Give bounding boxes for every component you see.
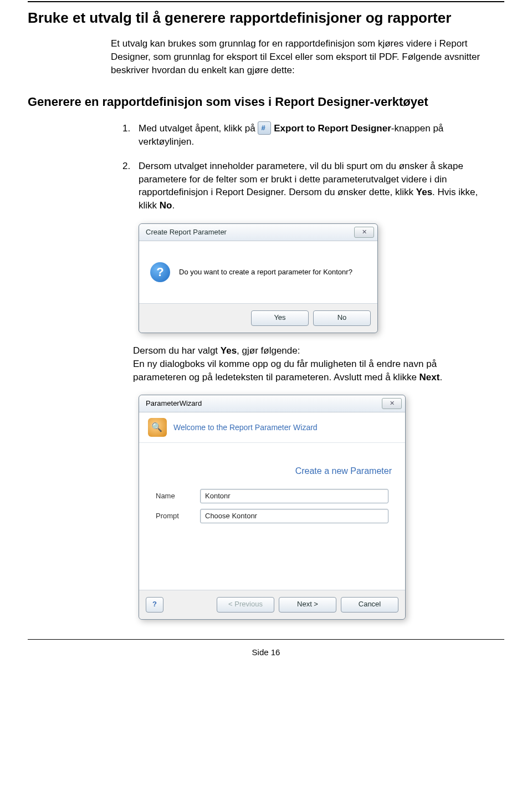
steps-list: Med utvalget åpent, klikk på Export to R… (111, 122, 482, 213)
cancel-button[interactable]: Cancel (341, 597, 398, 613)
gear-magnifier-icon (148, 418, 167, 437)
after-next-bold: Next (420, 372, 440, 382)
next-button[interactable]: Next > (279, 597, 336, 613)
heading-1: Bruke et utvalg til å generere rapportde… (28, 8, 504, 28)
step-1-pre: Med utvalget åpent, klikk på (139, 123, 255, 134)
after-line1b: , gjør følgende: (237, 345, 300, 356)
page-number: Side 16 (28, 646, 504, 669)
step-1-bold: Export to Report Designer (274, 123, 391, 134)
after-line2b: . (439, 372, 442, 382)
after-line2a: En ny dialogboks vil komme opp og du får… (133, 359, 437, 382)
step-2-yes: Yes (416, 187, 432, 197)
after-yes-bold: Yes (221, 345, 237, 356)
bottom-rule (28, 639, 504, 640)
close-button[interactable]: ✕ (382, 398, 402, 409)
name-label: Name (156, 491, 200, 501)
create-report-parameter-dialog: Create Report Parameter ✕ ? Do you want … (139, 223, 504, 333)
wizard-title: ParameterWizard (146, 399, 202, 409)
wizard-welcome: Welcome to the Report Parameter Wizard (173, 422, 318, 433)
close-button[interactable]: ✕ (354, 227, 374, 238)
question-icon: ? (150, 262, 170, 282)
wizard-subtitle: Create a new Parameter (139, 443, 405, 483)
after-line1a: Dersom du har valgt (133, 345, 221, 356)
top-rule (28, 1, 504, 2)
step-2-text3: . (172, 200, 175, 211)
parameter-wizard-dialog: ParameterWizard ✕ Welcome to the Report … (139, 395, 504, 619)
step-2-text1: Dersom utvalget inneholder parametere, v… (139, 161, 463, 198)
dialog1-title: Create Report Parameter (146, 227, 227, 237)
previous-button[interactable]: < Previous (217, 597, 274, 613)
no-button[interactable]: No (313, 310, 371, 326)
step-2: Dersom utvalget inneholder parametere, v… (133, 160, 482, 212)
name-input[interactable]: Kontonr (200, 489, 388, 503)
prompt-label: Prompt (156, 511, 200, 521)
step-2-no: No (160, 200, 172, 211)
heading-2: Generere en rapportdefinisjon som vises … (28, 94, 504, 111)
after-yes-paragraph: Dersom du har valgt Yes, gjør følgende: … (133, 344, 482, 384)
export-to-report-designer-icon (258, 121, 271, 135)
prompt-input[interactable]: Choose Kontonr (200, 509, 388, 523)
help-button[interactable]: ? (146, 597, 163, 613)
step-1: Med utvalget åpent, klikk på Export to R… (133, 122, 482, 149)
intro-paragraph: Et utvalg kan brukes som grunnlag for en… (111, 37, 482, 76)
yes-button[interactable]: Yes (251, 310, 309, 326)
dialog1-question: Do you want to create a report parameter… (179, 267, 352, 277)
